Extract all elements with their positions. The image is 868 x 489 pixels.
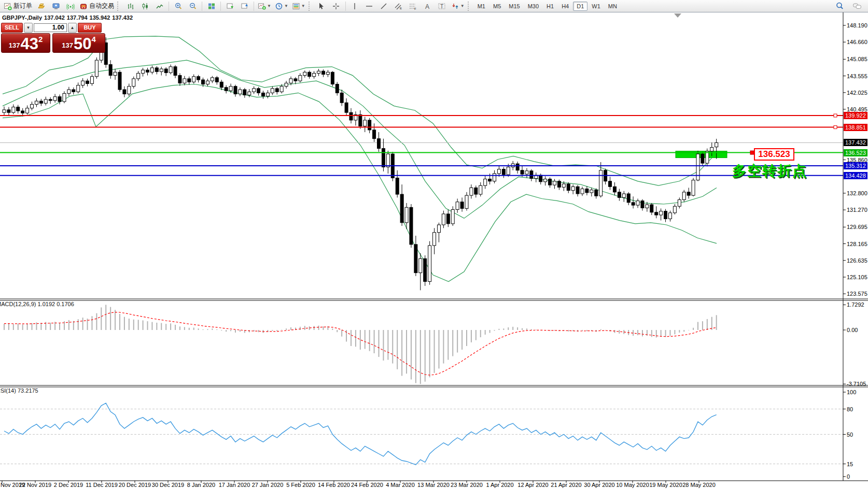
- arrange-charts-button[interactable]: [223, 1, 237, 12]
- close-value: 137.432: [112, 15, 133, 21]
- candle-body: [590, 190, 593, 193]
- candle-body: [613, 186, 616, 192]
- new-order-button[interactable]: 新订单: [2, 1, 34, 12]
- main-chart-canvas[interactable]: [0, 0, 868, 489]
- signal-button[interactable]: [63, 1, 77, 12]
- candle-body: [433, 233, 436, 246]
- tf-button-d1[interactable]: D1: [573, 2, 587, 11]
- caret-down-icon: ▼: [26, 25, 31, 30]
- candle-body: [72, 90, 75, 92]
- vertical-line-button[interactable]: [348, 1, 362, 12]
- zoom-out-button[interactable]: [186, 1, 200, 12]
- candle-body: [650, 205, 653, 212]
- templates-button[interactable]: ▼: [290, 1, 307, 12]
- add-indicator-button[interactable]: ▼: [256, 1, 273, 12]
- tf-button-mn[interactable]: MN: [605, 2, 621, 11]
- candle-body: [377, 139, 381, 149]
- candle-body: [646, 205, 649, 208]
- new-order-label: 新订单: [13, 2, 32, 10]
- candle-body: [595, 190, 598, 196]
- auto-trading-button[interactable]: 自动交易: [78, 1, 116, 12]
- line-handle[interactable]: [834, 126, 837, 129]
- search-button[interactable]: [833, 1, 847, 12]
- candle-body: [437, 225, 440, 233]
- crosshair-icon: [332, 2, 340, 10]
- accounts-button[interactable]: [49, 1, 63, 12]
- candle-body: [502, 169, 505, 175]
- equidistant-channel-button[interactable]: E: [391, 1, 405, 12]
- tf-button-m5[interactable]: M5: [489, 2, 505, 11]
- ask-pips: 50: [74, 37, 91, 51]
- periods-button[interactable]: ▼: [273, 1, 290, 12]
- tf-button-w1[interactable]: W1: [588, 2, 604, 11]
- candle-body: [67, 90, 71, 93]
- cursor-button[interactable]: [315, 1, 329, 12]
- time-label: 28 May 2020: [682, 482, 716, 488]
- chat-button[interactable]: [850, 1, 864, 12]
- volume-up-button[interactable]: ▲: [68, 23, 77, 33]
- cursor-icon: [317, 2, 326, 10]
- candle-body: [340, 93, 343, 103]
- candle-body: [174, 67, 177, 76]
- low-value: 135.942: [90, 15, 110, 21]
- chart-shift-marker-icon[interactable]: [674, 13, 681, 18]
- crosshair-button[interactable]: [329, 1, 343, 12]
- trendline-button[interactable]: [377, 1, 391, 12]
- candle-body: [479, 185, 482, 194]
- ask-figure: 137: [62, 41, 73, 49]
- vertical-line-icon: [351, 2, 359, 10]
- arrange-tile-button[interactable]: [237, 1, 251, 12]
- price-text-label-object[interactable]: 136.523: [754, 148, 794, 161]
- arrows-button[interactable]: ▼: [450, 1, 466, 12]
- zoom-in-button[interactable]: [171, 1, 185, 12]
- toolbar-grip: [309, 2, 312, 11]
- candle-body: [215, 78, 218, 82]
- volume-down-button[interactable]: ▼: [24, 23, 33, 33]
- bar-chart-button[interactable]: [123, 1, 137, 12]
- line-chart-button[interactable]: [152, 1, 166, 12]
- candlestick-chart-button[interactable]: [138, 1, 152, 12]
- candle-body: [682, 192, 685, 200]
- chat-icon: [852, 2, 862, 10]
- line-handle[interactable]: [834, 114, 837, 117]
- horizontal-line-button[interactable]: [362, 1, 376, 12]
- tf-button-m15[interactable]: M15: [505, 2, 523, 11]
- tf-button-m1[interactable]: M1: [474, 2, 489, 11]
- candle-body: [95, 60, 98, 77]
- price-scale[interactable]: 148.190146.660145.085143.555142.025140.4…: [843, 12, 868, 481]
- time-label: 17 Jan 2020: [219, 482, 250, 488]
- time-label: 4 Mar 2020: [386, 482, 415, 488]
- candle-body: [58, 97, 61, 102]
- candle-body: [31, 104, 34, 108]
- text-label-button[interactable]: T: [435, 1, 449, 12]
- candle-body: [44, 99, 47, 103]
- tf-button-h1[interactable]: H1: [543, 2, 557, 11]
- chevron-down-icon: ▼: [460, 4, 465, 8]
- candle-body: [317, 71, 320, 73]
- fibonacci-button[interactable]: F: [406, 1, 420, 12]
- rsi-name: RSI(14): [0, 387, 16, 394]
- candle-body: [63, 93, 66, 102]
- gold-button[interactable]: [34, 1, 48, 12]
- candle-body: [299, 76, 302, 81]
- price-label-anchor[interactable]: [750, 151, 754, 154]
- tf-button-m30[interactable]: M30: [524, 2, 542, 11]
- ask-price-panel[interactable]: 137 50 4: [52, 33, 105, 53]
- candle-body: [373, 130, 376, 139]
- text-button[interactable]: A: [421, 1, 435, 12]
- tf-button-h4[interactable]: H4: [558, 2, 572, 11]
- candle-body: [49, 99, 52, 100]
- sell-button[interactable]: SELL: [1, 23, 23, 33]
- candle-body: [77, 85, 80, 92]
- tile-windows-button[interactable]: [204, 1, 218, 12]
- bid-price-panel[interactable]: 137 43 2: [1, 33, 50, 53]
- time-label: 30 Dec 2019: [152, 482, 184, 488]
- volume-input[interactable]: [34, 23, 67, 32]
- candle-body: [137, 73, 140, 79]
- buy-button[interactable]: BUY: [78, 23, 102, 33]
- candle-body: [678, 200, 681, 207]
- turning-point-annotation[interactable]: 多空转折点: [732, 162, 807, 180]
- candle-body: [549, 179, 552, 185]
- candle-body: [183, 79, 186, 83]
- time-scale[interactable]: Nov 201922 Nov 20192 Dec 201911 Dec 2019…: [0, 481, 868, 489]
